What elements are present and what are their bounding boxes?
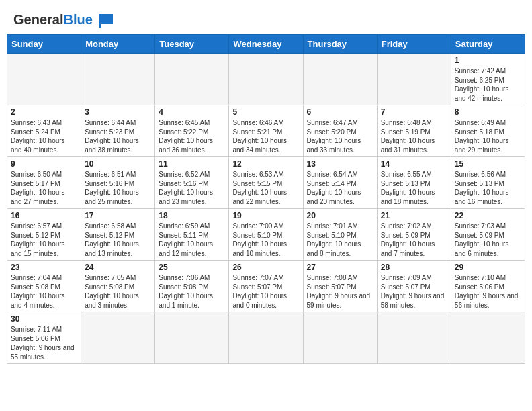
logo-icon	[95, 13, 114, 28]
calendar-week-row: 2Sunrise: 6:43 AM Sunset: 5:24 PM Daylig…	[7, 105, 525, 157]
day-info: Sunrise: 7:07 AM Sunset: 5:07 PM Dayligh…	[232, 273, 299, 310]
day-info: Sunrise: 6:51 AM Sunset: 5:16 PM Dayligh…	[85, 170, 151, 206]
calendar-cell: 25Sunrise: 7:06 AM Sunset: 5:08 PM Dayli…	[155, 261, 229, 312]
calendar-cell: 17Sunrise: 6:58 AM Sunset: 5:12 PM Dayli…	[81, 209, 155, 261]
calendar-cell: 20Sunrise: 7:01 AM Sunset: 5:10 PM Dayli…	[303, 209, 377, 261]
day-header-saturday: Saturday	[451, 35, 525, 54]
calendar-cell	[229, 54, 303, 105]
day-header-friday: Friday	[377, 35, 451, 54]
calendar-cell	[303, 312, 377, 364]
calendar-cell	[229, 312, 303, 364]
day-info: Sunrise: 7:01 AM Sunset: 5:10 PM Dayligh…	[307, 222, 373, 258]
calendar-cell: 23Sunrise: 7:04 AM Sunset: 5:08 PM Dayli…	[7, 261, 81, 312]
day-info: Sunrise: 7:05 AM Sunset: 5:08 PM Dayligh…	[85, 273, 151, 310]
calendar-week-row: 1Sunrise: 7:42 AM Sunset: 6:25 PM Daylig…	[7, 54, 525, 105]
calendar-cell	[155, 312, 229, 364]
day-info: Sunrise: 7:00 AM Sunset: 5:10 PM Dayligh…	[232, 222, 299, 258]
day-number: 3	[85, 107, 151, 117]
day-info: Sunrise: 6:48 AM Sunset: 5:19 PM Dayligh…	[381, 118, 447, 154]
day-header-thursday: Thursday	[303, 35, 377, 54]
day-info: Sunrise: 6:56 AM Sunset: 5:13 PM Dayligh…	[455, 170, 521, 206]
day-number: 12	[232, 159, 299, 169]
day-info: Sunrise: 6:50 AM Sunset: 5:17 PM Dayligh…	[11, 170, 77, 206]
day-number: 25	[159, 263, 225, 272]
calendar-cell: 2Sunrise: 6:43 AM Sunset: 5:24 PM Daylig…	[7, 105, 81, 157]
day-number: 21	[381, 211, 447, 220]
day-info: Sunrise: 7:11 AM Sunset: 5:06 PM Dayligh…	[11, 325, 77, 361]
day-number: 19	[232, 211, 299, 220]
calendar-cell	[81, 312, 155, 364]
day-info: Sunrise: 7:42 AM Sunset: 6:25 PM Dayligh…	[455, 66, 521, 103]
calendar-cell: 21Sunrise: 7:02 AM Sunset: 5:09 PM Dayli…	[377, 209, 451, 261]
calendar-cell: 12Sunrise: 6:53 AM Sunset: 5:15 PM Dayli…	[229, 157, 303, 209]
page-header: GeneralBlue	[7, 7, 525, 30]
day-info: Sunrise: 6:55 AM Sunset: 5:13 PM Dayligh…	[381, 170, 447, 206]
calendar-cell: 19Sunrise: 7:00 AM Sunset: 5:10 PM Dayli…	[229, 209, 303, 261]
day-number: 29	[455, 263, 521, 272]
calendar-cell: 1Sunrise: 7:42 AM Sunset: 6:25 PM Daylig…	[451, 54, 525, 105]
calendar-week-row: 23Sunrise: 7:04 AM Sunset: 5:08 PM Dayli…	[7, 261, 525, 312]
day-info: Sunrise: 6:54 AM Sunset: 5:14 PM Dayligh…	[307, 170, 373, 206]
calendar-cell	[7, 54, 81, 105]
calendar-cell: 14Sunrise: 6:55 AM Sunset: 5:13 PM Dayli…	[377, 157, 451, 209]
calendar-cell: 6Sunrise: 6:47 AM Sunset: 5:20 PM Daylig…	[303, 105, 377, 157]
calendar-week-row: 9Sunrise: 6:50 AM Sunset: 5:17 PM Daylig…	[7, 157, 525, 209]
day-info: Sunrise: 7:03 AM Sunset: 5:09 PM Dayligh…	[455, 222, 521, 258]
day-number: 22	[455, 211, 521, 220]
day-info: Sunrise: 7:10 AM Sunset: 5:06 PM Dayligh…	[455, 273, 521, 310]
day-info: Sunrise: 6:43 AM Sunset: 5:24 PM Dayligh…	[11, 118, 77, 154]
calendar-cell: 11Sunrise: 6:52 AM Sunset: 5:16 PM Dayli…	[155, 157, 229, 209]
calendar-cell: 3Sunrise: 6:44 AM Sunset: 5:23 PM Daylig…	[81, 105, 155, 157]
calendar-cell: 7Sunrise: 6:48 AM Sunset: 5:19 PM Daylig…	[377, 105, 451, 157]
day-info: Sunrise: 6:58 AM Sunset: 5:12 PM Dayligh…	[85, 222, 151, 258]
day-number: 24	[85, 263, 151, 272]
day-header-sunday: Sunday	[7, 35, 81, 54]
calendar-cell: 28Sunrise: 7:09 AM Sunset: 5:07 PM Dayli…	[377, 261, 451, 312]
day-info: Sunrise: 6:59 AM Sunset: 5:11 PM Dayligh…	[159, 222, 225, 258]
day-number: 13	[307, 159, 373, 169]
calendar-week-row: 16Sunrise: 6:57 AM Sunset: 5:12 PM Dayli…	[7, 209, 525, 261]
day-info: Sunrise: 6:44 AM Sunset: 5:23 PM Dayligh…	[85, 118, 151, 154]
calendar-cell	[377, 54, 451, 105]
day-number: 8	[455, 107, 521, 117]
day-header-monday: Monday	[81, 35, 155, 54]
day-number: 7	[381, 107, 447, 117]
calendar-cell: 27Sunrise: 7:08 AM Sunset: 5:07 PM Dayli…	[303, 261, 377, 312]
day-number: 20	[307, 211, 373, 220]
day-number: 15	[455, 159, 521, 169]
calendar-cell	[155, 54, 229, 105]
day-header-wednesday: Wednesday	[229, 35, 303, 54]
calendar-cell	[81, 54, 155, 105]
calendar-cell: 30Sunrise: 7:11 AM Sunset: 5:06 PM Dayli…	[7, 312, 81, 364]
day-number: 16	[11, 211, 77, 220]
calendar-cell: 5Sunrise: 6:46 AM Sunset: 5:21 PM Daylig…	[229, 105, 303, 157]
day-number: 14	[381, 159, 447, 169]
calendar-cell: 18Sunrise: 6:59 AM Sunset: 5:11 PM Dayli…	[155, 209, 229, 261]
calendar-week-row: 30Sunrise: 7:11 AM Sunset: 5:06 PM Dayli…	[7, 312, 525, 364]
calendar-header-row: SundayMondayTuesdayWednesdayThursdayFrid…	[7, 35, 525, 54]
day-number: 1	[455, 56, 521, 65]
calendar-cell: 16Sunrise: 6:57 AM Sunset: 5:12 PM Dayli…	[7, 209, 81, 261]
calendar-cell: 8Sunrise: 6:49 AM Sunset: 5:18 PM Daylig…	[451, 105, 525, 157]
day-number: 6	[307, 107, 373, 117]
calendar-cell: 26Sunrise: 7:07 AM Sunset: 5:07 PM Dayli…	[229, 261, 303, 312]
day-info: Sunrise: 6:45 AM Sunset: 5:22 PM Dayligh…	[159, 118, 225, 154]
calendar-cell: 4Sunrise: 6:45 AM Sunset: 5:22 PM Daylig…	[155, 105, 229, 157]
day-number: 4	[159, 107, 225, 117]
day-number: 17	[85, 211, 151, 220]
day-info: Sunrise: 6:47 AM Sunset: 5:20 PM Dayligh…	[307, 118, 373, 154]
logo-text: GeneralBlue	[13, 12, 93, 28]
svg-marker-0	[101, 14, 113, 24]
day-info: Sunrise: 7:06 AM Sunset: 5:08 PM Dayligh…	[159, 273, 225, 310]
day-number: 26	[232, 263, 299, 272]
day-info: Sunrise: 7:09 AM Sunset: 5:07 PM Dayligh…	[381, 273, 447, 310]
day-info: Sunrise: 6:52 AM Sunset: 5:16 PM Dayligh…	[159, 170, 225, 206]
day-info: Sunrise: 6:53 AM Sunset: 5:15 PM Dayligh…	[232, 170, 299, 206]
calendar-cell	[377, 312, 451, 364]
day-number: 23	[11, 263, 77, 272]
day-info: Sunrise: 6:49 AM Sunset: 5:18 PM Dayligh…	[455, 118, 521, 154]
day-number: 9	[11, 159, 77, 169]
day-number: 28	[381, 263, 447, 272]
calendar-cell: 22Sunrise: 7:03 AM Sunset: 5:09 PM Dayli…	[451, 209, 525, 261]
day-number: 10	[85, 159, 151, 169]
